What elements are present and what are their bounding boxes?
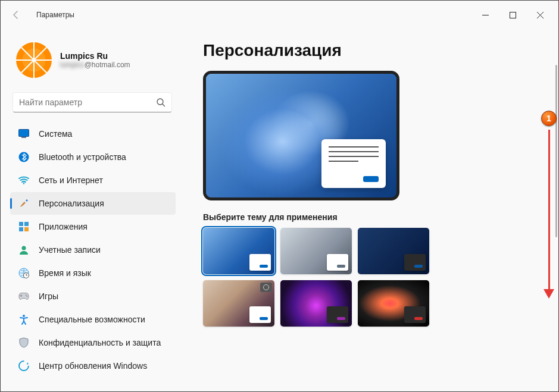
nav-label: Система xyxy=(39,129,72,139)
gamepad-icon xyxy=(18,291,29,302)
maximize-icon xyxy=(510,12,516,18)
svg-point-16 xyxy=(19,361,29,371)
window-controls xyxy=(471,5,554,24)
svg-point-15 xyxy=(23,315,25,317)
theme-option-dark-blue[interactable] xyxy=(358,228,429,274)
sidebar: Lumpics Ru lumpics@hotmail.com Система B… xyxy=(1,29,185,391)
nav-label: Bluetooth и устройства xyxy=(39,152,126,162)
close-icon xyxy=(537,12,544,18)
svg-point-5 xyxy=(23,183,25,184)
nav-label: Сеть и Интернет xyxy=(39,175,103,185)
apps-icon xyxy=(18,221,29,232)
theme-option-purple-glow[interactable] xyxy=(280,280,352,327)
sidebar-item-apps[interactable]: Приложения xyxy=(10,215,176,238)
search-box[interactable] xyxy=(13,92,172,112)
nav-list: Система Bluetooth и устройства Сеть и Ин… xyxy=(1,122,182,391)
sidebar-item-accounts[interactable]: Учетные записи xyxy=(10,239,176,261)
wifi-icon xyxy=(18,175,29,186)
sidebar-item-personalization[interactable]: Персонализация xyxy=(10,192,176,215)
shield-icon xyxy=(18,337,29,348)
sidebar-item-privacy[interactable]: Конфиденциальность и защита xyxy=(10,331,176,354)
theme-option-light-blue[interactable] xyxy=(203,228,274,274)
sidebar-item-time[interactable]: Время и язык xyxy=(10,262,176,284)
desktop-preview xyxy=(203,71,399,200)
theme-option-spotlight[interactable] xyxy=(203,280,274,327)
camera-icon xyxy=(260,283,272,292)
svg-point-13 xyxy=(26,294,27,296)
clock-globe-icon xyxy=(18,268,29,278)
avatar xyxy=(16,42,52,78)
sidebar-item-bluetooth[interactable]: Bluetooth и устройства xyxy=(10,146,176,168)
theme-option-red-flow[interactable] xyxy=(358,280,429,327)
accessibility-icon xyxy=(18,314,29,325)
step-badge: 1 xyxy=(541,111,557,126)
update-icon xyxy=(18,360,29,371)
maximize-button[interactable] xyxy=(499,5,526,24)
search-icon xyxy=(156,98,165,107)
page-title: Персонализация xyxy=(203,41,546,60)
theme-section-label: Выберите тему для применения xyxy=(203,212,546,222)
svg-rect-8 xyxy=(19,227,23,231)
svg-rect-6 xyxy=(19,222,23,226)
svg-rect-9 xyxy=(24,227,29,231)
theme-option-gray[interactable] xyxy=(280,228,352,274)
svg-rect-3 xyxy=(21,137,26,138)
system-icon xyxy=(18,128,29,139)
nav-label: Специальные возможности xyxy=(39,315,145,324)
bluetooth-icon xyxy=(18,152,29,162)
svg-rect-7 xyxy=(24,222,29,226)
nav-label: Игры xyxy=(39,291,58,301)
annotation-overlay: 1 xyxy=(541,111,557,299)
titlebar: Параметры xyxy=(1,1,558,29)
window-title: Параметры xyxy=(36,11,74,19)
nav-label: Персонализация xyxy=(39,199,104,208)
svg-point-1 xyxy=(157,99,163,105)
profile-block[interactable]: Lumpics Ru lumpics@hotmail.com xyxy=(1,29,182,90)
settings-window: Параметры Lumpics Ru lumpics@hotmail.com xyxy=(0,0,559,392)
nav-label: Время и язык xyxy=(39,268,91,278)
profile-email: lumpics@hotmail.com xyxy=(60,61,130,69)
profile-name: Lumpics Ru xyxy=(60,51,130,61)
svg-point-14 xyxy=(26,296,27,297)
arrow-line xyxy=(548,130,550,290)
svg-rect-2 xyxy=(19,130,29,137)
sidebar-item-gaming[interactable]: Игры xyxy=(10,285,176,308)
sidebar-item-accessibility[interactable]: Специальные возможности xyxy=(10,308,176,331)
preview-window-card xyxy=(321,139,386,188)
arrow-left-icon xyxy=(11,10,21,20)
back-button[interactable] xyxy=(5,4,27,26)
sidebar-item-network[interactable]: Сеть и Интернет xyxy=(10,169,176,192)
arrow-down-icon xyxy=(544,289,554,299)
person-icon xyxy=(18,244,29,255)
minimize-button[interactable] xyxy=(471,5,499,24)
nav-label: Приложения xyxy=(39,222,88,231)
nav-label: Конфиденциальность и защита xyxy=(39,338,161,347)
content-area: Персонализация Выберите тему для примене… xyxy=(185,29,558,391)
search-input[interactable] xyxy=(19,98,156,107)
sidebar-item-update[interactable]: Центр обновления Windows xyxy=(10,355,176,377)
close-button[interactable] xyxy=(526,5,554,24)
nav-label: Центр обновления Windows xyxy=(39,361,147,371)
brush-icon xyxy=(18,198,29,209)
theme-grid xyxy=(203,228,546,327)
sidebar-item-system[interactable]: Система xyxy=(10,123,176,145)
nav-label: Учетные записи xyxy=(39,245,101,255)
svg-point-10 xyxy=(22,246,26,250)
minimize-icon xyxy=(482,12,489,18)
svg-rect-0 xyxy=(510,12,516,18)
